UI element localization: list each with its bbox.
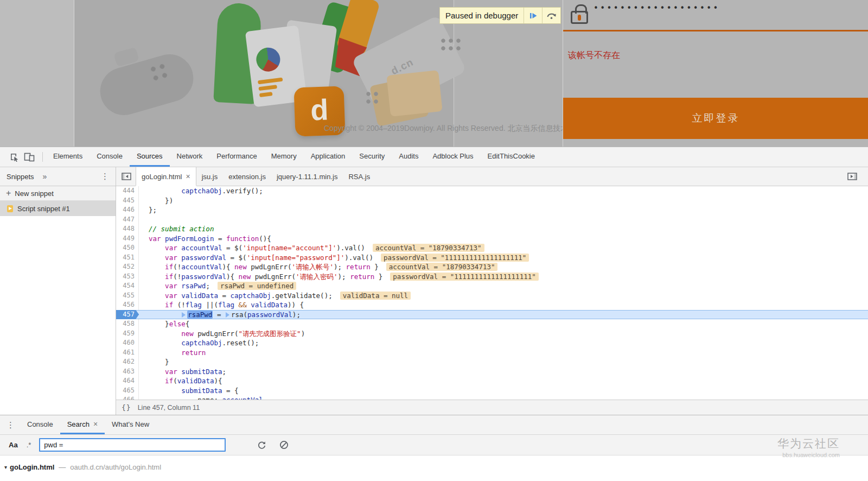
continue-to-location-marker[interactable] (182, 312, 186, 318)
regex-toggle[interactable]: .* (27, 441, 31, 449)
code-text[interactable]: var rsaPwd;rsaPwd = undefined (139, 281, 868, 291)
line-number[interactable]: 458 (116, 319, 139, 329)
code-text[interactable]: captchaObj.verify(); (139, 186, 868, 196)
toggle-debugger-sidebar-icon[interactable] (847, 167, 857, 186)
line-number[interactable]: 444 (116, 186, 139, 196)
line-number[interactable]: 455 (116, 291, 139, 301)
login-button[interactable]: 立即登录 (563, 98, 868, 139)
code-text[interactable]: if(!accountVal){ new pwdLgnErr('请输入帐号');… (139, 262, 868, 272)
code-token: ).val() (344, 254, 373, 262)
main-tab-security[interactable]: Security (352, 147, 392, 167)
main-tab-memory[interactable]: Memory (264, 147, 304, 167)
code-text[interactable]: } (139, 357, 868, 367)
line-number[interactable]: 454 (116, 281, 139, 291)
line-number[interactable]: 457 (116, 310, 139, 320)
line-number[interactable]: 463 (116, 367, 139, 377)
code-text[interactable]: var accountVal = $('input[name="account"… (139, 243, 868, 253)
line-number[interactable]: 451 (116, 253, 139, 263)
main-tab-console[interactable]: Console (90, 147, 130, 167)
line-number[interactable]: 450 (116, 243, 139, 253)
code-text[interactable]: if(!passwordVal){ new pwdLgnErr('请输入密码')… (139, 272, 868, 282)
line-number[interactable]: 460 (116, 338, 139, 348)
line-number[interactable]: 446 (116, 205, 139, 215)
code-text[interactable]: var passwordVal = $('input[name="passwor… (139, 253, 868, 263)
navigator-menu-icon[interactable]: ⋮ (101, 172, 109, 181)
source-tab-jquery-1.11.1.min.js[interactable]: jquery-1.11.1.min.js (271, 167, 343, 186)
clear-search-icon[interactable] (279, 440, 289, 450)
main-tab-network[interactable]: Network (170, 147, 210, 167)
code-text[interactable]: name: accountVal (139, 395, 868, 400)
search-result-row[interactable]: ▾ goLogin.html — oauth.d.cn/auth/goLogin… (0, 455, 868, 471)
drawer-tab-console[interactable]: Console (20, 415, 60, 434)
code-text[interactable]: var submitData; (139, 367, 868, 377)
code-text[interactable]: if (!flag ||(flag && validData)) { (139, 300, 868, 310)
main-tab-application[interactable]: Application (304, 147, 353, 167)
source-tab-gologin.html[interactable]: goLogin.html× (136, 167, 196, 186)
resume-script-button[interactable] (524, 8, 542, 23)
line-number[interactable]: 449 (116, 234, 139, 244)
tab-snippets[interactable]: Snippets (0, 173, 34, 181)
step-over-button[interactable] (542, 8, 560, 23)
code-text[interactable]: }; (139, 205, 868, 215)
drawer-tab-what-s-new[interactable]: What's New (105, 415, 156, 434)
code-text[interactable]: var pwdFormLogin = function(){ (139, 234, 868, 244)
code-text[interactable]: }) (139, 196, 868, 206)
line-number[interactable]: 452 (116, 262, 139, 272)
code-text[interactable]: if(validData){ (139, 376, 868, 386)
source-tab-extension.js[interactable]: extension.js (223, 167, 271, 186)
main-tab-adblock-plus[interactable]: Adblock Plus (425, 147, 480, 167)
code-text[interactable]: captchaObj.reset(); (139, 338, 868, 348)
code-text[interactable]: var validData = captchaObj.getValidate()… (139, 291, 868, 301)
line-number[interactable]: 447 (116, 215, 139, 225)
more-tabs-icon[interactable]: » (43, 172, 47, 181)
code-text[interactable] (139, 215, 868, 225)
code-text[interactable]: new pwdLgnErr("请先完成图形验证") (139, 329, 868, 339)
navigator-header: Snippets » ⋮ (0, 167, 116, 186)
code-text[interactable]: submitData = { (139, 386, 868, 396)
code-text[interactable]: rsaPwd = rsa(passwordVal); (139, 310, 868, 320)
source-tab-jsu.js[interactable]: jsu.js (196, 167, 224, 186)
continue-to-location-marker[interactable] (226, 312, 229, 318)
code-token: accountVal (181, 244, 222, 252)
new-snippet-button[interactable]: + New snippet (0, 186, 116, 201)
code-text[interactable]: return (139, 348, 868, 358)
code-text[interactable]: }else{ (139, 319, 868, 329)
line-number[interactable]: 453 (116, 272, 139, 282)
snippet-item[interactable]: Script snippet #1 (0, 201, 116, 216)
pretty-print-icon[interactable]: {} (122, 403, 131, 412)
folder-shape (386, 70, 442, 117)
drawer-tab-search[interactable]: Search× (60, 415, 105, 434)
line-number[interactable]: 465 (116, 386, 139, 396)
refresh-search-icon[interactable] (257, 440, 266, 450)
source-tab-rsa.js[interactable]: RSA.js (343, 167, 375, 186)
close-tab-icon[interactable]: × (186, 173, 190, 180)
code-editor[interactable]: 444 captchaObj.verify();445 })446};44744… (116, 186, 868, 400)
line-number[interactable]: 456 (116, 300, 139, 310)
main-tab-elements[interactable]: Elements (46, 147, 90, 167)
tab-label: jquery-1.11.1.min.js (277, 173, 337, 181)
line-number[interactable]: 461 (116, 348, 139, 358)
code-text[interactable]: // submit action (139, 224, 868, 234)
line-number[interactable]: 466 (116, 395, 139, 400)
line-number[interactable]: 464 (116, 376, 139, 386)
search-input[interactable] (39, 438, 226, 452)
dots-pattern (365, 90, 380, 105)
line-number[interactable]: 445 (116, 196, 139, 206)
main-tab-editthiscookie[interactable]: EditThisCookie (481, 147, 542, 167)
toggle-navigator-icon[interactable] (116, 167, 136, 186)
main-tab-performance[interactable]: Performance (209, 147, 264, 167)
close-tab-icon[interactable]: × (93, 420, 98, 428)
device-toolbar-icon[interactable] (22, 150, 37, 164)
main-tab-sources[interactable]: Sources (130, 147, 170, 167)
line-number[interactable]: 462 (116, 357, 139, 367)
match-case-toggle[interactable]: Aa (9, 441, 18, 449)
password-field-value[interactable]: ••••••••••••••••••• (593, 3, 720, 13)
drawer-menu-icon[interactable]: ⋮ (7, 420, 15, 430)
disclosure-triangle-icon[interactable]: ▾ (4, 464, 7, 470)
line-number[interactable]: 448 (116, 224, 139, 234)
line-number[interactable]: 459 (116, 329, 139, 339)
code-token: (! (173, 273, 181, 281)
main-tab-audits[interactable]: Audits (392, 147, 425, 167)
code-line: 460 captchaObj.reset(); (116, 338, 868, 348)
inspect-element-icon[interactable] (7, 150, 22, 164)
